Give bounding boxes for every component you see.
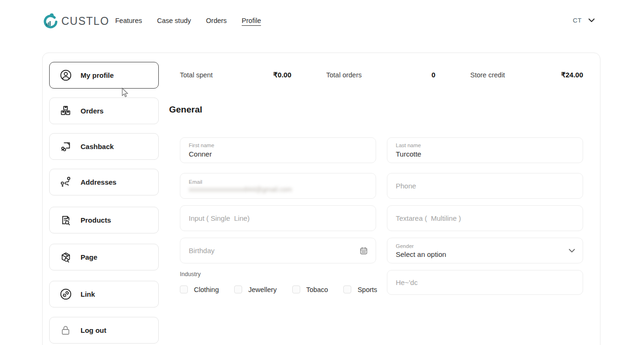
email-redacted-value: xxxxxxxxxxxxxxxxx844@gmail.com bbox=[189, 186, 367, 193]
gender-select[interactable]: Gender Select an option bbox=[387, 238, 583, 263]
sidebar-item-link[interactable]: Link bbox=[49, 281, 159, 308]
gender-label: Gender bbox=[396, 243, 574, 250]
last-name-input[interactable] bbox=[396, 150, 574, 159]
route-pins-icon bbox=[59, 176, 72, 189]
industry-options: Clothing Jewellery Tobaco Sports bbox=[180, 285, 377, 293]
sidebar-item-orders[interactable]: Orders bbox=[49, 98, 159, 124]
last-name-label: Last name bbox=[396, 142, 574, 150]
user-circle-icon bbox=[59, 69, 72, 82]
first-name-field[interactable]: First name bbox=[180, 137, 376, 163]
customer-stats: Total spent ₹0.00 Total orders 0 Store c… bbox=[180, 71, 583, 79]
industry-option-sports[interactable]: Sports bbox=[343, 285, 377, 293]
checkbox[interactable] bbox=[234, 285, 242, 293]
checkbox-label: Tobaco bbox=[306, 286, 328, 293]
calendar-icon[interactable] bbox=[359, 246, 368, 255]
email-field[interactable]: Email xxxxxxxxxxxxxxxxx844@gmail.com bbox=[180, 173, 376, 199]
sidebar-item-cashback[interactable]: Cashback bbox=[49, 133, 159, 160]
sidebar-item-label: Link bbox=[81, 290, 95, 298]
industry-option-clothing[interactable]: Clothing bbox=[180, 285, 219, 293]
stat-total-orders: Total orders 0 bbox=[326, 71, 436, 79]
stat-label: Total spent bbox=[180, 71, 213, 79]
checkbox-label: Sports bbox=[357, 286, 377, 293]
checkbox[interactable] bbox=[180, 285, 188, 293]
sidebar-item-label: Page bbox=[81, 253, 97, 261]
email-label: Email bbox=[189, 179, 367, 186]
sidebar-item-label: My profile bbox=[81, 71, 114, 79]
checkbox[interactable] bbox=[343, 285, 351, 293]
sidebar-item-my-profile[interactable]: My profile bbox=[49, 62, 159, 89]
birthday-field[interactable] bbox=[180, 238, 376, 263]
profile-page: CUSTLO Features Case study Orders Profil… bbox=[0, 0, 644, 345]
checkbox-label: Jewellery bbox=[248, 286, 276, 293]
custom-field-input[interactable] bbox=[396, 278, 574, 286]
stat-value: ₹0.00 bbox=[273, 71, 291, 79]
stat-label: Store credit bbox=[470, 71, 505, 79]
nav-link-profile[interactable]: Profile bbox=[242, 17, 261, 24]
stat-value: ₹24.00 bbox=[561, 71, 583, 79]
last-name-field[interactable]: Last name bbox=[387, 137, 583, 163]
sidebar-item-label: Log out bbox=[81, 326, 106, 334]
boxes-icon bbox=[59, 105, 72, 118]
chevron-down-icon[interactable] bbox=[569, 248, 575, 253]
single-line-field[interactable] bbox=[180, 205, 376, 231]
stat-total-spent: Total spent ₹0.00 bbox=[180, 71, 291, 79]
phone-input[interactable] bbox=[396, 182, 574, 190]
top-navbar: CUSTLO Features Case study Orders Profil… bbox=[0, 0, 644, 42]
birthday-input[interactable] bbox=[189, 247, 367, 255]
stat-label: Total orders bbox=[326, 71, 362, 79]
sidebar-item-label: Cashback bbox=[81, 142, 114, 150]
sidebar-item-label: Addresses bbox=[81, 178, 117, 186]
textarea-input[interactable] bbox=[396, 214, 574, 222]
package-search-icon bbox=[59, 251, 72, 264]
nav-link-orders[interactable]: Orders bbox=[206, 17, 227, 24]
phone-field[interactable] bbox=[387, 173, 583, 199]
main-nav: Features Case study Orders Profile bbox=[115, 17, 261, 24]
checkbox[interactable] bbox=[292, 285, 300, 293]
section-title-general: General bbox=[169, 105, 202, 115]
industry-option-jewellery[interactable]: Jewellery bbox=[234, 285, 276, 293]
sidebar-item-page[interactable]: Page bbox=[49, 244, 159, 270]
document-search-icon bbox=[59, 214, 72, 227]
first-name-label: First name bbox=[189, 142, 367, 150]
sidebar-item-label: Products bbox=[81, 216, 111, 224]
account-initials: CT bbox=[573, 17, 582, 24]
gender-selected-value: Select an option bbox=[396, 250, 574, 258]
brand-name: CUSTLO bbox=[61, 15, 109, 28]
first-name-input[interactable] bbox=[189, 150, 367, 159]
industry-label: Industry bbox=[180, 271, 200, 278]
custlo-logo-icon bbox=[41, 13, 58, 30]
sidebar-item-log-out[interactable]: Log out bbox=[49, 317, 159, 344]
brand-logo[interactable]: CUSTLO bbox=[41, 13, 109, 30]
single-line-input[interactable] bbox=[189, 214, 367, 222]
nav-link-features[interactable]: Features bbox=[115, 17, 142, 24]
stat-value: 0 bbox=[431, 71, 435, 79]
stat-store-credit: Store credit ₹24.00 bbox=[470, 71, 583, 79]
chevron-down-icon bbox=[588, 18, 595, 22]
mouse-cursor-icon bbox=[120, 87, 129, 100]
sidebar-item-addresses[interactable]: Addresses bbox=[49, 169, 159, 195]
industry-option-tobaco[interactable]: Tobaco bbox=[292, 285, 328, 293]
textarea-field[interactable] bbox=[387, 205, 583, 231]
sidebar-item-products[interactable]: Products bbox=[49, 207, 159, 233]
account-menu[interactable]: CT bbox=[573, 17, 595, 24]
cashback-icon bbox=[59, 140, 72, 153]
checkbox-label: Clothing bbox=[194, 286, 219, 293]
sidebar-item-label: Orders bbox=[81, 107, 104, 115]
link-circle-icon bbox=[59, 288, 72, 301]
lock-icon bbox=[59, 324, 72, 337]
nav-link-case-study[interactable]: Case study bbox=[157, 17, 191, 24]
custom-field[interactable] bbox=[387, 270, 583, 295]
